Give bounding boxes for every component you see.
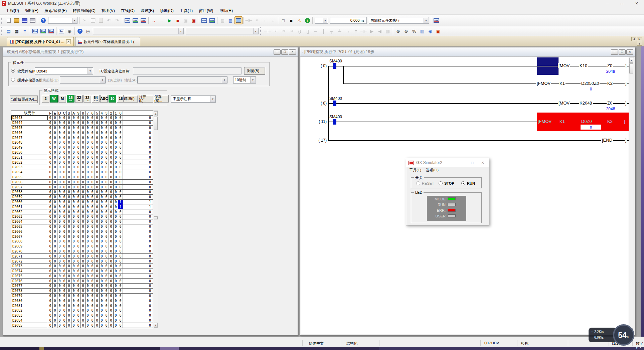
bit-cell[interactable]: 0 [109,298,114,303]
bit-cell[interactable]: 0 [62,214,67,219]
bit-cell[interactable]: 0 [76,204,81,209]
bit-cell[interactable]: 0 [100,200,104,204]
bit-cell[interactable]: 0 [109,313,114,318]
bit-cell[interactable]: 0 [67,135,71,140]
bit-cell[interactable]: 0 [95,254,100,258]
simulator-minimize-button[interactable]: — [458,161,466,165]
bit-cell[interactable]: 0 [104,254,109,258]
bit-cell[interactable]: 0 [100,294,104,298]
bit-cell[interactable]: 0 [57,185,62,189]
bit-cell[interactable]: 0 [81,140,86,145]
table-row[interactable]: D206900000000000000000 [11,244,153,249]
bit-cell[interactable]: 0 [62,126,67,130]
close-button[interactable]: ✕ [629,0,644,7]
menu-item-6[interactable]: 在线(O) [118,7,138,15]
bit-cell[interactable]: 0 [90,126,95,130]
scroll-up-icon[interactable]: ▲ [154,111,158,116]
bit-cell[interactable]: 0 [57,190,62,194]
bit-cell[interactable]: 0 [118,244,123,249]
format-button-2[interactable]: 2 [42,95,49,103]
device-name-cell[interactable]: D2051 [11,155,48,160]
format-button-asc[interactable]: ASC [100,95,108,103]
device-name-cell[interactable]: D2068 [11,239,48,244]
bit-cell[interactable]: 0 [81,130,86,135]
bit-cell[interactable]: 0 [67,229,71,234]
bit-cell[interactable]: 0 [48,130,53,135]
bit-cell[interactable]: 0 [95,140,100,145]
bit-cell[interactable]: 0 [76,175,81,180]
value-cell[interactable]: 1 [123,200,153,204]
bit-cell[interactable]: 0 [118,150,123,155]
bit-cell[interactable]: 0 [81,155,86,160]
device-name-cell[interactable]: D2078 [11,289,48,293]
bit-cell[interactable]: 0 [48,160,53,165]
bit-cell[interactable]: 1 [118,200,123,204]
bit-cell[interactable]: 0 [100,195,104,199]
bit-cell[interactable]: 0 [109,180,114,184]
memory-percent-bubble[interactable]: 54 % [613,324,634,346]
bit-cell[interactable]: 0 [90,219,95,224]
bit-cell[interactable]: 0 [104,155,109,160]
bit-cell[interactable]: 0 [53,219,57,224]
bit-cell[interactable]: 0 [53,130,57,135]
device-name-cell[interactable]: D2062 [11,209,48,214]
bit-cell[interactable]: 0 [81,126,86,130]
buffer-monitor-icon[interactable]: Dev [47,27,55,35]
value-cell[interactable]: 0 [123,185,153,189]
bit-cell[interactable]: 0 [76,116,81,120]
bit-cell[interactable]: 0 [48,190,53,194]
bit-cell[interactable]: 0 [53,135,57,140]
bit-cell[interactable]: 0 [100,274,104,279]
bit-cell[interactable]: 0 [76,303,81,308]
bit-cell[interactable]: 0 [81,121,86,125]
bit-cell[interactable]: 0 [114,170,118,175]
menu-item-7[interactable]: 调试(B) [138,7,157,15]
bit-cell[interactable]: 0 [71,204,76,209]
bit-cell[interactable]: 0 [104,126,109,130]
bit-cell[interactable]: 0 [118,303,123,308]
bit-cell[interactable]: 0 [76,195,81,199]
bit-cell[interactable]: 0 [100,204,104,209]
bit-cell[interactable]: 0 [67,200,71,204]
bit-cell[interactable]: 0 [53,155,57,160]
bit-cell[interactable]: 0 [76,318,81,323]
bit-cell[interactable]: 0 [118,130,123,135]
bit-cell[interactable]: 0 [81,135,86,140]
value-cell[interactable]: 0 [123,195,153,199]
bit-cell[interactable]: 0 [100,259,104,264]
bit-cell[interactable]: 0 [90,298,95,303]
bit-cell[interactable]: 0 [67,259,71,264]
bit-cell[interactable]: 0 [104,140,109,145]
bit-cell[interactable]: 0 [53,269,57,274]
bit-cell[interactable]: 0 [81,279,86,283]
bit-cell[interactable]: 0 [86,121,90,125]
bit-cell[interactable]: 0 [104,116,109,120]
bit-cell[interactable]: 0 [118,284,123,288]
bit-cell[interactable]: 0 [57,160,62,165]
verify-with-plc-icon[interactable]: Dev [139,16,147,24]
bit-cell[interactable]: 0 [57,249,62,254]
bit-cell[interactable]: 0 [86,234,90,239]
bit-cell[interactable]: 0 [114,204,118,209]
bit-cell[interactable]: 0 [109,130,114,135]
bit-cell[interactable]: 0 [109,274,114,279]
bit-cell[interactable]: 0 [86,190,90,194]
device-name-cell[interactable]: D2057 [11,185,48,189]
bit-cell[interactable]: 0 [86,160,90,165]
bit-cell[interactable]: 0 [109,121,114,125]
bit-cell[interactable]: 0 [67,254,71,258]
speed-monitor-overlay[interactable]: ↑2.2K/s ↓6.9K/s [589,328,617,342]
bit-cell[interactable]: 0 [53,234,57,239]
toolbar-drag-handle[interactable] [1,17,3,24]
bit-cell[interactable]: 0 [71,284,76,288]
monitor-stop-icon[interactable]: ■ [174,16,182,24]
bit-cell[interactable]: 0 [53,224,57,229]
bit-cell[interactable]: 0 [48,150,53,155]
statement-icon[interactable]: ▥ [418,27,426,35]
bit-cell[interactable]: 0 [67,140,71,145]
browse-button[interactable]: 浏览(B)... [244,67,265,75]
bit-cell[interactable]: 0 [100,254,104,258]
bit-cell[interactable]: 0 [57,318,62,323]
bit-cell[interactable]: 0 [86,126,90,130]
bit-cell[interactable]: 0 [90,279,95,283]
